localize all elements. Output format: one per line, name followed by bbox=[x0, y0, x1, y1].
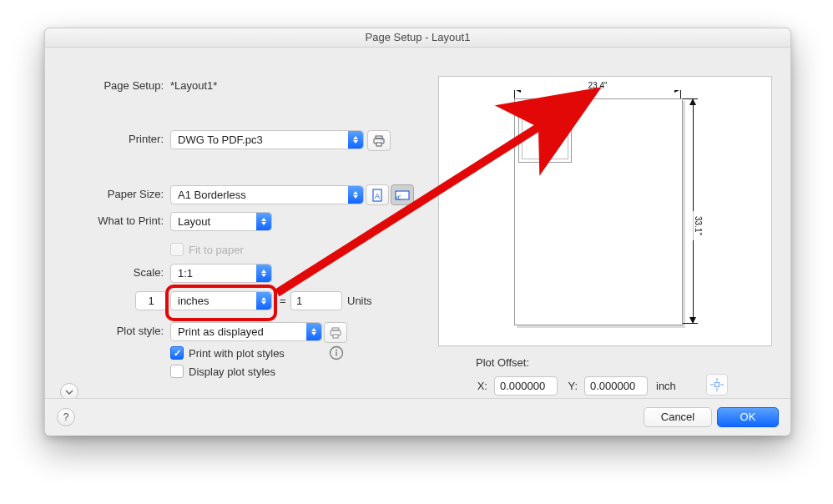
plot-style-value: Print as displayed bbox=[178, 325, 264, 338]
plot-style-edit-button[interactable] bbox=[324, 322, 347, 343]
plot-offset-x-label: X: bbox=[476, 380, 487, 392]
ok-button[interactable]: OK bbox=[717, 407, 779, 427]
center-plot-button[interactable] bbox=[706, 374, 728, 396]
preview-dim-top: 23.4" bbox=[514, 87, 681, 97]
what-to-print-select[interactable]: Layout bbox=[170, 212, 272, 231]
preview-height-label: 33.1" bbox=[694, 211, 703, 240]
printer-icon bbox=[372, 135, 386, 147]
plot-styles-info-button[interactable] bbox=[326, 343, 347, 362]
printer-select[interactable]: DWG To PDF.pc3 bbox=[170, 130, 364, 149]
equals-label: = bbox=[280, 295, 286, 307]
fit-to-paper-label: Fit to paper bbox=[189, 244, 244, 256]
scale-right-input[interactable]: 1 bbox=[290, 291, 342, 310]
plot-offset-label: Plot Offset: bbox=[476, 356, 529, 369]
preview-paper bbox=[514, 98, 683, 325]
plot-offset-y-value: 0.000000 bbox=[590, 380, 635, 392]
plot-offset-y-label: Y: bbox=[566, 380, 578, 392]
preview-layout-rect bbox=[518, 103, 572, 163]
scale-value: 1:1 bbox=[178, 267, 193, 280]
label-paper-size: Paper Size: bbox=[45, 188, 164, 200]
info-icon bbox=[329, 345, 344, 360]
display-plot-styles-label: Display plot styles bbox=[189, 365, 275, 378]
dropdown-arrows-icon bbox=[348, 131, 363, 149]
svg-rect-13 bbox=[336, 351, 336, 355]
landscape-icon: A bbox=[395, 189, 410, 201]
dropdown-arrows-icon bbox=[306, 323, 321, 340]
printer-select-value: DWG To PDF.pc3 bbox=[178, 134, 263, 146]
plot-offset-x-row: X: 0.000000 bbox=[476, 376, 558, 396]
dropdown-arrows-icon bbox=[256, 292, 271, 310]
help-button[interactable]: ? bbox=[57, 408, 75, 426]
center-icon bbox=[710, 378, 724, 391]
label-plot-style: Plot style: bbox=[45, 325, 164, 337]
dropdown-arrows-icon bbox=[348, 186, 363, 204]
svg-rect-2 bbox=[376, 143, 381, 146]
page-setup-name: *Layout1* bbox=[170, 79, 217, 92]
plot-offset-unit-label: inch bbox=[656, 380, 676, 392]
svg-text:A: A bbox=[375, 192, 380, 200]
scale-unit-select[interactable]: inches bbox=[170, 291, 272, 310]
scale-left-value: 1 bbox=[148, 295, 154, 307]
scale-right-value: 1 bbox=[296, 295, 302, 307]
print-with-plot-styles-row: Print with plot styles bbox=[170, 346, 285, 360]
cancel-button[interactable]: Cancel bbox=[644, 407, 712, 427]
display-plot-styles-checkbox[interactable] bbox=[170, 365, 184, 378]
dialog-content: Page Setup: *Layout1* Printer: DWG To PD… bbox=[45, 48, 790, 436]
label-what-to-print: What to Print: bbox=[45, 214, 164, 227]
display-plot-styles-row: Display plot styles bbox=[170, 365, 275, 378]
scale-select[interactable]: 1:1 bbox=[170, 264, 272, 283]
printer-small-icon bbox=[329, 327, 342, 339]
plot-offset-x-value: 0.000000 bbox=[500, 380, 545, 392]
orientation-landscape-button[interactable]: A bbox=[391, 184, 414, 205]
preview-panel: 23.4" 33.1" bbox=[438, 76, 772, 346]
cancel-button-label: Cancel bbox=[661, 411, 694, 423]
plot-offset-x-input[interactable]: 0.000000 bbox=[494, 376, 558, 396]
plot-style-select[interactable]: Print as displayed bbox=[170, 322, 322, 341]
paper-size-value: A1 Borderless bbox=[178, 189, 246, 201]
dialog-footer: ? Cancel OK bbox=[45, 398, 790, 436]
fit-to-paper-checkbox bbox=[170, 243, 184, 256]
plot-offset-y-row: Y: 0.000000 bbox=[566, 376, 648, 396]
svg-rect-9 bbox=[332, 328, 339, 330]
paper-size-select[interactable]: A1 Borderless bbox=[170, 185, 364, 204]
plot-offset-y-input[interactable]: 0.000000 bbox=[584, 376, 648, 396]
dropdown-arrows-icon bbox=[256, 213, 271, 230]
print-with-plot-styles-checkbox[interactable] bbox=[170, 346, 184, 360]
label-printer: Printer: bbox=[45, 133, 164, 145]
svg-point-3 bbox=[381, 139, 383, 141]
svg-rect-15 bbox=[715, 383, 719, 387]
print-with-plot-styles-label: Print with plot styles bbox=[189, 347, 285, 360]
window-titlebar: Page Setup - Layout1 bbox=[45, 28, 790, 48]
chevron-down-icon bbox=[65, 388, 73, 396]
units-label: Units bbox=[347, 295, 372, 307]
portrait-icon: A bbox=[371, 189, 383, 202]
page-setup-dialog: Page Setup - Layout1 Page Setup: *Layout… bbox=[44, 28, 791, 436]
scale-unit-value: inches bbox=[178, 295, 210, 307]
scale-left-input[interactable]: 1 bbox=[135, 291, 167, 310]
preview-inner: 23.4" 33.1" bbox=[514, 87, 704, 329]
preview-dim-right: 33.1" bbox=[688, 98, 701, 324]
fit-to-paper-row: Fit to paper bbox=[170, 243, 244, 256]
svg-rect-1 bbox=[376, 136, 382, 139]
label-scale: Scale: bbox=[45, 266, 164, 279]
window-title: Page Setup - Layout1 bbox=[366, 31, 471, 43]
svg-point-12 bbox=[336, 349, 337, 350]
help-icon: ? bbox=[63, 411, 69, 423]
ok-button-label: OK bbox=[740, 411, 756, 423]
label-page-setup: Page Setup: bbox=[45, 79, 164, 92]
dropdown-arrows-icon bbox=[256, 265, 271, 282]
printer-properties-button[interactable] bbox=[367, 130, 391, 151]
preview-width-label: 23.4" bbox=[583, 81, 612, 90]
what-to-print-value: Layout bbox=[178, 215, 210, 228]
orientation-portrait-button[interactable]: A bbox=[366, 184, 389, 205]
svg-text:A: A bbox=[395, 194, 402, 199]
svg-rect-10 bbox=[333, 335, 338, 338]
